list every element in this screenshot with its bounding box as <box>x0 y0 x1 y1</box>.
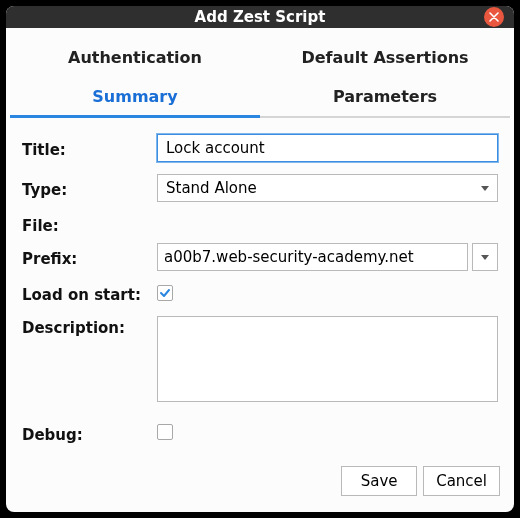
title-label: Title: <box>22 138 157 159</box>
title-input[interactable] <box>157 134 498 162</box>
chevron-down-icon <box>481 186 489 191</box>
debug-checkbox[interactable] <box>157 424 173 440</box>
tabs: Authentication Default Assertions Summar… <box>6 28 514 118</box>
dialog-window: Add Zest Script Authentication Default A… <box>6 6 514 512</box>
titlebar: Add Zest Script <box>6 6 514 28</box>
type-value: Stand Alone <box>166 179 257 197</box>
type-select[interactable]: Stand Alone <box>157 174 498 202</box>
prefix-combo <box>157 243 498 271</box>
check-icon <box>159 287 171 299</box>
load-on-start-checkbox[interactable] <box>157 285 173 301</box>
tab-summary[interactable]: Summary <box>10 77 260 116</box>
load-on-start-label: Load on start: <box>22 283 157 304</box>
description-label: Description: <box>22 316 157 337</box>
type-label: Type: <box>22 178 157 199</box>
file-label: File: <box>22 214 157 235</box>
tab-indicator <box>10 115 260 118</box>
window-title: Add Zest Script <box>195 8 326 26</box>
tab-parameters[interactable]: Parameters <box>260 77 510 116</box>
prefix-input[interactable] <box>157 243 468 271</box>
close-icon <box>489 12 499 22</box>
prefix-dropdown-button[interactable] <box>472 243 498 271</box>
summary-form: Title: Type: Stand Alone File: Prefix: <box>6 118 514 466</box>
save-button[interactable]: Save <box>341 466 417 496</box>
description-textarea[interactable] <box>157 316 498 402</box>
tab-authentication[interactable]: Authentication <box>10 38 260 77</box>
prefix-label: Prefix: <box>22 247 157 268</box>
cancel-button[interactable]: Cancel <box>423 466 500 496</box>
tab-default-assertions[interactable]: Default Assertions <box>260 38 510 77</box>
tab-underline <box>10 116 510 118</box>
chevron-down-icon <box>481 255 489 260</box>
button-bar: Save Cancel <box>6 466 514 512</box>
close-button[interactable] <box>484 7 504 27</box>
debug-label: Debug: <box>22 423 157 444</box>
